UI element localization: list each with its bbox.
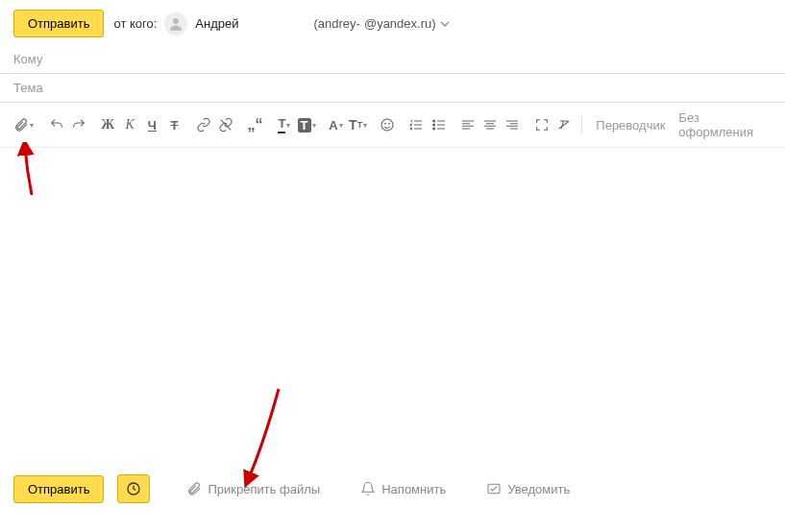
remind-label: Напомнить — [381, 482, 446, 496]
sender-email[interactable]: (andrey- @yandex.ru) — [314, 16, 450, 31]
notify-label: Уведомить — [507, 482, 570, 496]
schedule-button[interactable] — [117, 474, 150, 503]
numbered-list-icon[interactable] — [406, 113, 427, 136]
subject-field-row — [0, 74, 785, 103]
subject-input[interactable] — [13, 81, 772, 95]
strikethrough-icon[interactable]: Т — [164, 113, 184, 136]
quote-icon[interactable]: „“ — [245, 113, 265, 136]
svg-point-2 — [385, 123, 386, 124]
fullscreen-icon[interactable] — [531, 113, 552, 136]
to-input[interactable] — [13, 52, 772, 66]
undo-icon[interactable] — [46, 113, 66, 136]
bold-icon[interactable]: Ж — [98, 113, 118, 136]
chevron-down-icon — [440, 19, 450, 29]
svg-point-0 — [173, 18, 179, 24]
bullet-list-icon[interactable] — [429, 113, 449, 136]
translator-button[interactable]: Переводчик — [590, 118, 671, 133]
svg-point-1 — [381, 119, 393, 131]
redo-icon[interactable] — [68, 113, 88, 136]
send-button-top[interactable]: Отправить — [13, 10, 104, 37]
italic-icon[interactable]: К — [120, 113, 140, 136]
emoji-icon[interactable] — [377, 113, 397, 136]
avatar — [164, 12, 187, 36]
underline-icon[interactable]: Ч — [142, 113, 162, 136]
from-label: от кого: — [113, 16, 157, 31]
compose-header: Отправить от кого: Андрей (andrey- @yand… — [0, 0, 785, 45]
remind-button[interactable]: Напомнить — [360, 481, 446, 496]
clear-format-icon[interactable] — [553, 113, 574, 136]
unlink-icon[interactable] — [216, 113, 236, 136]
svg-point-4 — [432, 120, 434, 122]
font-family-icon[interactable]: A▾ — [326, 113, 346, 136]
email-left: (andrey- — [314, 16, 360, 31]
align-right-icon[interactable] — [503, 113, 523, 136]
align-center-icon[interactable] — [480, 113, 501, 136]
font-size-icon[interactable]: TT▾ — [348, 113, 368, 136]
email-right: @yandex.ru) — [364, 16, 436, 31]
compose-body[interactable] — [0, 148, 785, 446]
bottom-bar: Отправить Прикрепить файлы Напомнить Уве… — [0, 464, 785, 513]
attach-files-button[interactable]: Прикрепить файлы — [186, 481, 320, 496]
to-field-row — [0, 45, 785, 74]
text-color-icon[interactable]: Т▾ — [274, 113, 294, 136]
notify-button[interactable]: Уведомить — [486, 481, 570, 496]
formatting-toolbar: ▾ Ж К Ч Т „“ Т▾ T▾ A▾ TT▾ — [0, 103, 785, 148]
send-button-bottom[interactable]: Отправить — [13, 475, 104, 503]
attach-label: Прикрепить файлы — [208, 482, 320, 496]
plain-text-button[interactable]: Без оформления — [673, 110, 771, 139]
sender-name[interactable]: Андрей — [195, 16, 238, 31]
svg-point-5 — [432, 124, 434, 126]
attach-icon[interactable]: ▾ — [13, 113, 34, 136]
align-left-icon[interactable] — [457, 113, 478, 136]
highlight-icon[interactable]: T▾ — [296, 113, 316, 136]
svg-point-3 — [389, 123, 390, 124]
svg-point-6 — [432, 128, 434, 130]
link-icon[interactable] — [193, 113, 213, 136]
toolbar-separator — [581, 116, 582, 133]
